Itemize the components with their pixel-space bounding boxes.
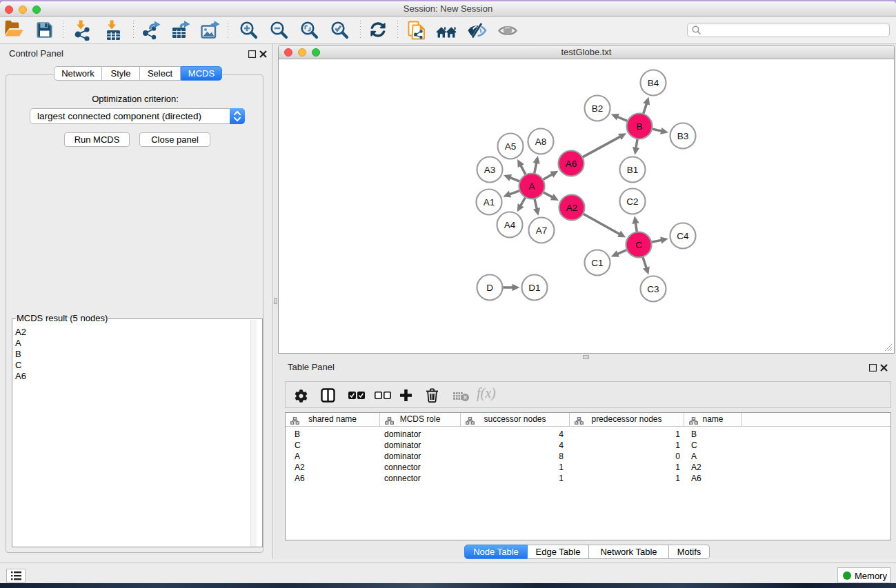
svg-text:B4: B4 bbox=[648, 78, 659, 88]
svg-text:A7: A7 bbox=[536, 225, 548, 236]
svg-text:B2: B2 bbox=[592, 103, 604, 114]
svg-text:C1: C1 bbox=[591, 258, 603, 268]
svg-text:C3: C3 bbox=[647, 284, 659, 294]
svg-text:B: B bbox=[636, 121, 642, 132]
svg-text:B1: B1 bbox=[627, 165, 639, 175]
svg-text:C4: C4 bbox=[677, 231, 689, 241]
svg-text:D1: D1 bbox=[528, 283, 540, 293]
svg-text:A6: A6 bbox=[566, 159, 577, 169]
svg-text:C2: C2 bbox=[626, 196, 638, 207]
svg-text:B3: B3 bbox=[677, 131, 689, 141]
svg-text:A1: A1 bbox=[484, 197, 495, 207]
svg-text:A8: A8 bbox=[535, 136, 547, 147]
svg-text:A4: A4 bbox=[504, 220, 516, 230]
svg-text:A3: A3 bbox=[484, 165, 496, 175]
svg-text:A2: A2 bbox=[566, 203, 578, 213]
svg-text:C: C bbox=[635, 240, 642, 250]
svg-text:D: D bbox=[486, 283, 493, 293]
svg-text:A: A bbox=[528, 181, 535, 192]
svg-text:A5: A5 bbox=[505, 141, 517, 152]
